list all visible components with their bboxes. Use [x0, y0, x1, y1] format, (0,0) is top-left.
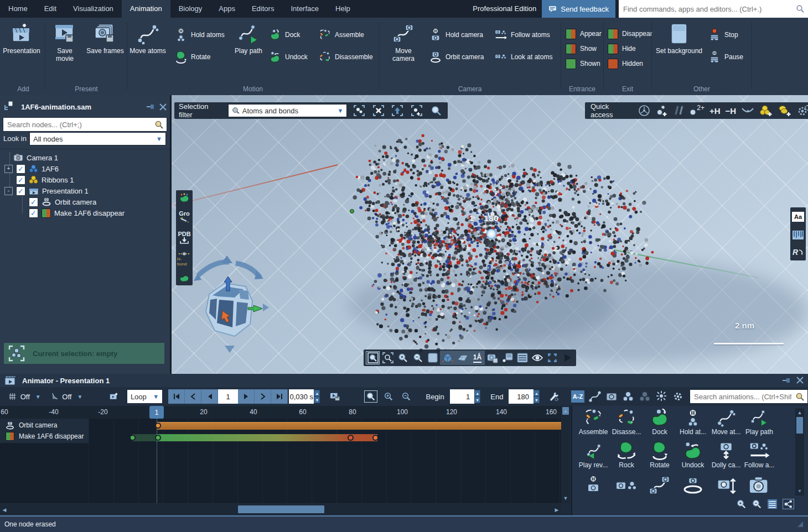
look-at-atoms-button[interactable]: Look at atoms: [495, 50, 552, 64]
ion-charge-icon[interactable]: 2+: [690, 105, 705, 116]
keyframe-orbit-1[interactable]: [155, 423, 161, 429]
begin-spinner[interactable]: ▲▼: [474, 390, 480, 403]
palette-item-camera-view[interactable]: [743, 476, 776, 496]
palette-item-assemble[interactable]: Assemble: [577, 408, 610, 436]
undock-button[interactable]: Undock: [269, 50, 308, 64]
palette-item-follow-atoms[interactable]: Follow a...: [743, 441, 776, 469]
palette-item-play-reverse[interactable]: Play rev...: [577, 441, 610, 469]
add-atom-icon[interactable]: [655, 105, 669, 117]
perspective-cube-button[interactable]: [440, 351, 455, 365]
chevron-down-icon[interactable]: ▼: [77, 394, 82, 400]
visibility-button[interactable]: [530, 351, 545, 365]
hold-camera-button[interactable]: Hold camera: [429, 28, 483, 42]
tab-interface[interactable]: Interface: [282, 0, 327, 18]
timeline-hscrollbar[interactable]: ◀ ▶: [0, 504, 561, 514]
collapse-icon[interactable]: -: [4, 187, 13, 195]
tree-item-make-disappear[interactable]: ✓ Make 1AF6 disappear: [29, 207, 125, 218]
palette-item-orbit-camera[interactable]: [676, 477, 709, 496]
begin-frame-field[interactable]: 1: [450, 389, 475, 404]
gromacs-wizard-icon[interactable]: Gro: [177, 210, 191, 223]
tree-item-presentation1[interactable]: - ✓ Presentation 1: [4, 185, 89, 196]
add-groups-icon[interactable]: [778, 105, 792, 117]
palette-zoom-in-icon[interactable]: [736, 499, 747, 509]
palette-zoom-out-icon[interactable]: [752, 499, 762, 509]
filter-effects-icon[interactable]: [655, 390, 667, 403]
step-back-button[interactable]: [201, 389, 218, 404]
zoom-on-selection-button[interactable]: [428, 103, 443, 118]
rotate-button[interactable]: Rotate: [175, 50, 210, 64]
settings-gears-icon[interactable]: [797, 105, 808, 117]
palette-item-disassemble[interactable]: Disasse...: [610, 408, 643, 436]
appear-button[interactable]: Appear: [566, 27, 602, 41]
tab-visualization[interactable]: Visualization: [65, 0, 122, 18]
sort-alphabetical-button[interactable]: A-Z: [571, 390, 584, 403]
current-frame-field[interactable]: 1: [218, 389, 238, 404]
export-movie-icon[interactable]: [330, 390, 340, 403]
samson-connect-icon[interactable]: [177, 193, 191, 203]
checkbox-checked[interactable]: ✓: [29, 208, 38, 218]
timeline-zoom-out-button[interactable]: [399, 390, 413, 403]
navigation-cube[interactable]: [188, 254, 271, 354]
tab-editors[interactable]: Editors: [244, 0, 282, 18]
shown-button[interactable]: Shown: [566, 56, 600, 71]
animator-settings-icon[interactable]: [548, 390, 559, 403]
share-nodes-icon[interactable]: [783, 499, 794, 509]
tab-apps[interactable]: Apps: [210, 0, 244, 18]
hidden-button[interactable]: Hidden: [608, 56, 643, 71]
disassemble-button[interactable]: Disassemble: [319, 50, 373, 64]
ground-plane-button[interactable]: [455, 351, 470, 365]
tree-item-ribbons1[interactable]: ✓ Ribbons 1: [16, 174, 74, 185]
expand-icon[interactable]: +: [4, 165, 13, 173]
remove-hydrogens-button[interactable]: −H: [725, 106, 736, 116]
pin-icon[interactable]: [146, 103, 155, 111]
zoom-in-button[interactable]: [395, 351, 410, 365]
save-movie-button[interactable]: Save movie: [48, 22, 82, 62]
tab-help[interactable]: Help: [327, 0, 359, 18]
select-all-button[interactable]: [351, 103, 366, 118]
filter-motion-icon[interactable]: [589, 390, 601, 403]
checkbox-checked[interactable]: ✓: [16, 175, 25, 185]
add-to-selection-button[interactable]: [410, 103, 424, 118]
palette-item-move-atoms[interactable]: Move at...: [709, 408, 743, 436]
save-frames-button[interactable]: Save frames: [86, 22, 124, 55]
close-icon[interactable]: [796, 377, 804, 384]
bond-sticks-icon[interactable]: [674, 105, 685, 117]
disappear-button[interactable]: Disappear: [608, 27, 652, 41]
command-search-input[interactable]: [622, 4, 796, 14]
go-to-start-button[interactable]: [168, 389, 185, 404]
deselect-button[interactable]: [371, 103, 386, 118]
keyframe-disappear-89[interactable]: [372, 435, 379, 441]
follow-atoms-button[interactable]: Follow atoms: [495, 28, 550, 42]
current-frame-marker[interactable]: 1: [149, 406, 164, 419]
set-background-button[interactable]: Set background: [654, 22, 704, 55]
periodic-table-icon[interactable]: [638, 105, 650, 117]
legend-button[interactable]: [515, 351, 530, 365]
tree-item-camera1[interactable]: Camera 1: [13, 152, 58, 163]
next-keyframe-button[interactable]: [255, 389, 271, 404]
keyframe-disappear-1[interactable]: [155, 435, 161, 441]
timeline-zoom-in-button[interactable]: [381, 390, 396, 403]
palette-item-rock[interactable]: Rock: [610, 441, 643, 469]
pdb-download-icon[interactable]: PDB: [177, 231, 191, 244]
end-spinner[interactable]: ▲▼: [534, 390, 540, 403]
angle-snap-icon[interactable]: [51, 391, 59, 402]
gear-icon[interactable]: [672, 390, 684, 403]
palette-item-undock[interactable]: Undock: [676, 441, 709, 469]
tree-item-orbit-camera[interactable]: ✓ Orbit camera: [29, 196, 96, 207]
assemble-button[interactable]: Assemble: [319, 28, 364, 42]
tab-home[interactable]: Home: [0, 0, 36, 18]
add-keyframe-icon[interactable]: [109, 390, 119, 403]
sequence-view-icon[interactable]: [792, 230, 804, 240]
checkbox-checked[interactable]: ✓: [16, 164, 25, 174]
palette-item-play-path[interactable]: Play path: [743, 408, 776, 436]
track-label-orbit-camera[interactable]: Orbit camera: [6, 420, 57, 431]
filter-exit-icon[interactable]: [639, 391, 651, 402]
palette-item-look-at[interactable]: [610, 479, 643, 493]
frame-time-spinner[interactable]: ▲▼: [314, 390, 320, 403]
move-camera-button[interactable]: Move camera: [385, 22, 422, 62]
selection-filter-dropdown[interactable]: Atoms and bonds ▼: [228, 104, 348, 117]
look-in-dropdown[interactable]: All nodes ▼: [29, 132, 166, 145]
hide-button[interactable]: Hide: [608, 41, 636, 56]
minimize-energy-icon[interactable]: [741, 105, 754, 116]
tab-biology[interactable]: Biology: [170, 0, 211, 18]
